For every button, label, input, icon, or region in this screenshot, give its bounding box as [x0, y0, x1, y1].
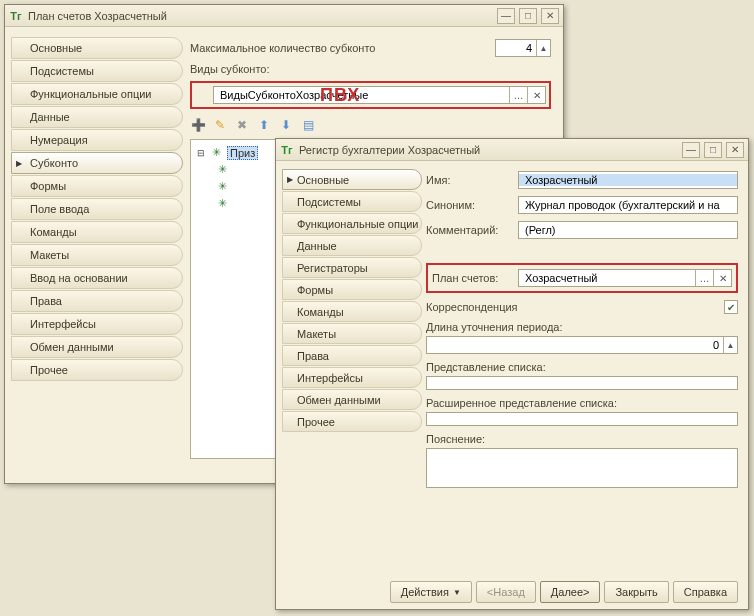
sidebar: ОсновныеПодсистемыФункциональные опцииДа… — [282, 169, 422, 433]
sidebar-item[interactable]: Команды — [11, 221, 183, 243]
sidebar-item[interactable]: Команды — [282, 301, 422, 322]
ext-repr-input[interactable] — [427, 413, 737, 425]
sidebar-item[interactable]: Функциональные опции — [282, 213, 422, 234]
close-button[interactable]: ✕ — [726, 142, 744, 158]
kinds-highlight-box: … ✕ — [190, 81, 551, 109]
leaf-icon: ✳ — [215, 180, 229, 194]
period-label: Длина уточнения периода: — [426, 321, 738, 333]
spinner-up-icon[interactable]: ▲ — [536, 40, 550, 56]
tree-root-label: Приз — [227, 146, 258, 160]
sidebar-item[interactable]: Формы — [282, 279, 422, 300]
max-subkonto-spinner[interactable]: ▲ — [495, 39, 551, 57]
plan-highlight-box: План счетов: … ✕ — [426, 263, 738, 293]
app-icon: Tг — [9, 9, 23, 23]
plan-label: План счетов: — [432, 272, 518, 284]
kinds-input[interactable] — [214, 89, 509, 101]
actions-button[interactable]: Действия▼ — [390, 581, 472, 603]
sidebar-item[interactable]: Нумерация — [11, 129, 183, 151]
maximize-button[interactable]: □ — [704, 142, 722, 158]
close-button[interactable]: Закрыть — [604, 581, 668, 603]
sidebar-item[interactable]: Подсистемы — [11, 60, 183, 82]
sidebar-item[interactable]: Данные — [282, 235, 422, 256]
sidebar-item[interactable]: Права — [11, 290, 183, 312]
minimize-button[interactable]: — — [682, 142, 700, 158]
pvx-annotation: ПВХ — [320, 85, 360, 106]
window-title: План счетов Хозрасчетный — [28, 10, 497, 22]
note-label: Пояснение: — [426, 433, 738, 445]
sidebar-item[interactable]: Макеты — [11, 244, 183, 266]
tree-toolbar: ➕ ✎ ✖ ⬆ ⬇ ▤ — [190, 117, 551, 133]
kinds-field[interactable]: … ✕ — [213, 86, 546, 104]
note-textarea[interactable] — [426, 448, 738, 488]
sidebar-item[interactable]: Права — [282, 345, 422, 366]
edit-icon[interactable]: ✎ — [212, 117, 228, 133]
comment-input[interactable] — [519, 224, 737, 236]
list-repr-label: Представление списка: — [426, 361, 738, 373]
titlebar: Tг Регистр бухгалтерии Хозрасчетный — □ … — [276, 139, 748, 161]
name-input[interactable] — [519, 174, 737, 186]
down-icon[interactable]: ⬇ — [278, 117, 294, 133]
close-button[interactable]: ✕ — [541, 8, 559, 24]
period-input[interactable] — [427, 339, 723, 351]
collapse-icon[interactable]: ⊟ — [197, 148, 207, 158]
leaf-icon: ✳ — [215, 197, 229, 211]
sidebar-item[interactable]: Основные — [11, 37, 183, 59]
add-icon[interactable]: ➕ — [190, 117, 206, 133]
sidebar-item[interactable]: Подсистемы — [282, 191, 422, 212]
synonym-input[interactable] — [519, 199, 737, 211]
plan-input[interactable] — [519, 272, 695, 284]
sidebar-item[interactable]: Прочее — [282, 411, 422, 432]
sidebar-item[interactable]: Интерфейсы — [11, 313, 183, 335]
ext-repr-label: Расширенное представление списка: — [426, 397, 738, 409]
next-button[interactable]: Далее> — [540, 581, 601, 603]
leaf-icon: ✳ — [215, 163, 229, 177]
spinner-up-icon[interactable]: ▲ — [723, 337, 737, 353]
sidebar-item[interactable]: Субконто — [11, 152, 183, 174]
leaf-icon: ✳ — [209, 146, 223, 160]
delete-icon[interactable]: ✖ — [234, 117, 250, 133]
sidebar-item[interactable]: Обмен данными — [11, 336, 183, 358]
ellipsis-button[interactable]: … — [695, 270, 713, 286]
sidebar-item[interactable]: Основные — [282, 169, 422, 190]
minimize-button[interactable]: — — [497, 8, 515, 24]
comment-label: Комментарий: — [426, 224, 518, 236]
synonym-label: Синоним: — [426, 199, 518, 211]
sidebar-item[interactable]: Регистраторы — [282, 257, 422, 278]
sidebar: ОсновныеПодсистемыФункциональные опцииДа… — [11, 37, 183, 382]
ellipsis-button[interactable]: … — [509, 87, 527, 103]
sidebar-item[interactable]: Ввод на основании — [11, 267, 183, 289]
window-accounting-register: Tг Регистр бухгалтерии Хозрасчетный — □ … — [275, 138, 749, 610]
back-button[interactable]: <Назад — [476, 581, 536, 603]
list-repr-input[interactable] — [427, 377, 737, 389]
sidebar-item[interactable]: Данные — [11, 106, 183, 128]
max-subkonto-label: Максимальное количество субконто — [190, 42, 375, 54]
maximize-button[interactable]: □ — [519, 8, 537, 24]
list-icon[interactable]: ▤ — [300, 117, 316, 133]
help-button[interactable]: Справка — [673, 581, 738, 603]
sidebar-item[interactable]: Формы — [11, 175, 183, 197]
form-area: Имя: Синоним: Комментарий: План счетов: … — [426, 171, 738, 571]
chevron-down-icon: ▼ — [453, 588, 461, 597]
up-icon[interactable]: ⬆ — [256, 117, 272, 133]
sidebar-item[interactable]: Интерфейсы — [282, 367, 422, 388]
sidebar-item[interactable]: Прочее — [11, 359, 183, 381]
max-subkonto-input[interactable] — [496, 42, 536, 54]
sidebar-item[interactable]: Макеты — [282, 323, 422, 344]
titlebar: Tг План счетов Хозрасчетный — □ ✕ — [5, 5, 563, 27]
clear-button[interactable]: ✕ — [713, 270, 731, 286]
correspondence-checkbox[interactable]: ✔ — [724, 300, 738, 314]
period-spinner[interactable]: ▲ — [426, 336, 738, 354]
window-title: Регистр бухгалтерии Хозрасчетный — [299, 144, 682, 156]
clear-button[interactable]: ✕ — [527, 87, 545, 103]
sidebar-item[interactable]: Обмен данными — [282, 389, 422, 410]
kinds-label: Виды субконто: — [190, 63, 270, 75]
correspondence-label: Корреспонденция — [426, 301, 724, 313]
sidebar-item[interactable]: Поле ввода — [11, 198, 183, 220]
name-label: Имя: — [426, 174, 518, 186]
sidebar-item[interactable]: Функциональные опции — [11, 83, 183, 105]
app-icon: Tг — [280, 143, 294, 157]
